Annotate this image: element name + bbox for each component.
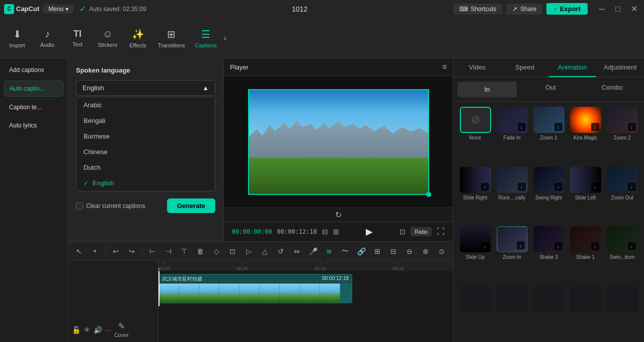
animation-tabs: In Out Combo — [453, 78, 644, 102]
effect-more-3[interactable] — [532, 286, 566, 337]
playhead[interactable] — [158, 271, 159, 306]
toolbar-separator — [105, 246, 106, 256]
select-dropdown-button[interactable]: ▾ — [88, 244, 102, 258]
effect-more-2[interactable] — [495, 286, 529, 337]
delete-button[interactable]: 🗑 — [193, 244, 207, 258]
effect-slide-up[interactable]: ↓ Slide Up — [458, 226, 492, 283]
effect-zoom-1[interactable]: ↓ Zoom 1 — [532, 107, 566, 164]
zoom-in-tl-button[interactable]: ⊕ — [419, 244, 433, 258]
auto-captions-button[interactable]: Auto captio... — [4, 81, 63, 97]
auto-lyrics-button[interactable]: Auto lyrics — [4, 118, 63, 133]
close-button[interactable]: ✕ — [628, 3, 640, 15]
lock-icon[interactable]: 🔓 — [72, 326, 80, 334]
effect-zoom-out[interactable]: ↓ Zoom Out — [605, 167, 639, 224]
effect-kira-magic[interactable]: ↓ Kira Magic — [569, 107, 602, 164]
lang-option-english[interactable]: ✓ English — [76, 175, 215, 191]
effect-shake-1[interactable]: ↓ Shake 1 — [569, 226, 602, 283]
center-column: Spoken language English ▲ Arabic Bengali — [68, 58, 453, 342]
flip-button[interactable]: △ — [258, 244, 272, 258]
effect-slide-left[interactable]: ↓ Slide Left — [569, 167, 602, 224]
maximize-button[interactable]: □ — [612, 3, 624, 15]
undo-button[interactable]: ↩ — [109, 244, 123, 258]
toolbar-stickers[interactable]: ☺ Stickers — [93, 25, 123, 51]
zoom-out-tl-button[interactable]: ⊖ — [403, 244, 417, 258]
snap-button[interactable]: ⊞ — [370, 244, 384, 258]
anim-tab-out[interactable]: Out — [521, 80, 580, 99]
resize-handle[interactable] — [426, 192, 431, 197]
lang-option-dutch[interactable]: Dutch — [76, 160, 215, 175]
crop-button[interactable]: ⊡ — [399, 228, 406, 236]
audio-track-icon[interactable]: 🔊 — [94, 326, 102, 334]
minimize-button[interactable]: ─ — [596, 3, 608, 15]
tab-video[interactable]: Video — [453, 58, 501, 77]
caption-tl-button[interactable]: ⊟ — [386, 244, 400, 258]
clear-captions-checkbox[interactable]: Clear current captions — [76, 202, 145, 210]
play-button[interactable]: ▶ — [366, 226, 373, 237]
audio-btn[interactable]: ≋ — [322, 244, 336, 258]
language-select-header[interactable]: English ▲ — [76, 80, 215, 96]
transform-button[interactable]: ⇔ — [290, 244, 304, 258]
toolbar-more-button[interactable]: › — [222, 32, 228, 45]
effect-shake-3[interactable]: ↓ Shake 3 — [532, 226, 566, 283]
scene-view-button[interactable]: ⊞ — [333, 228, 339, 236]
cover-button[interactable]: ✎ Cover — [114, 321, 129, 338]
lang-option-arabic[interactable]: Arabic — [76, 97, 215, 113]
toolbar-captions[interactable]: ☰ Captions — [190, 25, 221, 51]
fit-button[interactable]: ⊙ — [435, 244, 449, 258]
toolbar-import[interactable]: ⬇ Import — [2, 25, 32, 51]
timeline-view-button[interactable]: ⊟ — [322, 228, 328, 236]
effect-fade-in[interactable]: ↓ Fade In — [495, 107, 529, 164]
link-button[interactable]: 🔗 — [354, 244, 368, 258]
effect-more-5[interactable] — [605, 286, 639, 337]
video-clip[interactable]: 武汉城市延时拍摄 00:00:12:18 — [158, 274, 352, 303]
redo-button[interactable]: ↪ — [125, 244, 139, 258]
toolbar-transitions[interactable]: ⊞ Transitions — [153, 25, 190, 51]
effect-more-4[interactable] — [569, 286, 602, 337]
effect-zoom-2[interactable]: ↓ Zoom 2 — [605, 107, 639, 164]
fullscreen-button[interactable]: ⛶ — [437, 227, 445, 236]
more-icon[interactable]: ··· — [105, 326, 111, 334]
rotate-icon[interactable]: ↻ — [335, 210, 342, 220]
lang-option-chinese[interactable]: Chinese — [76, 144, 215, 160]
player-menu-button[interactable]: ≡ — [442, 62, 447, 72]
anim-tab-in[interactable]: In — [457, 82, 517, 97]
shortcuts-button[interactable]: ⌨ Shortcuts — [453, 4, 503, 15]
effect-rock-cally[interactable]: ↓ Rock ...cally — [495, 167, 529, 224]
tab-speed[interactable]: Speed — [501, 58, 549, 77]
tab-animation[interactable]: Animation — [549, 58, 597, 77]
toolbar-audio[interactable]: ♪ Audio — [32, 25, 62, 51]
export-button[interactable]: ↑ Export — [546, 3, 588, 15]
menu-button[interactable]: Menu ▾ — [43, 5, 73, 14]
generate-button[interactable]: Generate — [167, 198, 215, 213]
revert-button[interactable]: ↺ — [274, 244, 288, 258]
effect-more-1[interactable] — [458, 286, 492, 337]
download-icon: ↓ — [481, 242, 489, 250]
ratio-button[interactable]: Ratio — [411, 227, 432, 236]
split-button[interactable]: ⊢ — [145, 244, 159, 258]
play-tl-button[interactable]: ▷ — [242, 244, 256, 258]
mic-button[interactable]: 🎤 — [306, 244, 320, 258]
effect-zoom-in[interactable]: ↓ Zoom In — [495, 226, 529, 283]
share-button[interactable]: ↗ Share — [506, 4, 542, 15]
border-button[interactable]: ⊡ — [225, 244, 239, 258]
caption-te-button[interactable]: Caption te... — [4, 100, 63, 115]
add-captions-button[interactable]: Add captions — [4, 62, 63, 78]
toolbar-text[interactable]: TI Text — [62, 26, 93, 50]
effect-slide-right[interactable]: ↓ Slide Right — [458, 167, 492, 224]
toolbar-effects[interactable]: ✨ Effects — [123, 25, 153, 51]
lang-option-burmese[interactable]: Burmese — [76, 128, 215, 144]
clip-split-button[interactable]: ⊣ — [162, 244, 176, 258]
visibility-icon[interactable]: 👁 — [84, 326, 91, 334]
select-tool-button[interactable]: ↖ — [72, 244, 86, 258]
effect-none[interactable]: ⊘ None — [458, 107, 492, 164]
lang-option-bengali[interactable]: Bengali — [76, 113, 215, 128]
anim-tab-combo[interactable]: Combo — [583, 80, 642, 99]
download-icon: ↓ — [554, 183, 562, 191]
effect-swing-right[interactable]: ↓ Swing Right — [532, 167, 566, 224]
top-right-controls: ⌨ Shortcuts ↗ Share ↑ Export ─ □ ✕ — [453, 3, 640, 15]
crop-tl-button[interactable]: ◇ — [209, 244, 223, 258]
wave-btn[interactable]: 〜 — [338, 244, 352, 258]
tab-adjustment[interactable]: Adjustment — [596, 58, 644, 77]
effect-swin-ttom[interactable]: ↓ Swin...ttom — [605, 226, 639, 283]
align-button[interactable]: ⊤ — [178, 244, 192, 258]
